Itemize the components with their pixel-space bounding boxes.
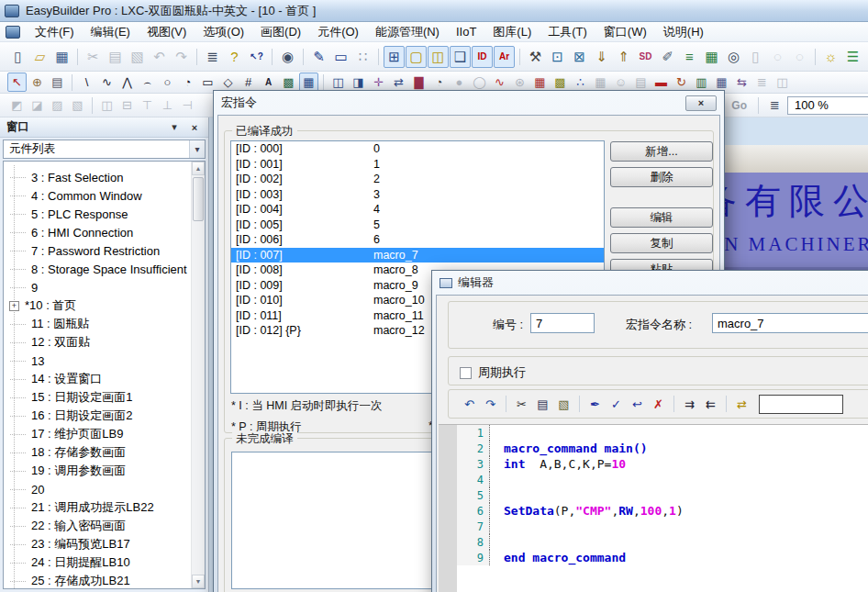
- go-button[interactable]: Go: [727, 99, 751, 112]
- menu-window[interactable]: 窗口(W): [595, 22, 655, 41]
- window-list-scrollbar[interactable]: ▲ ▼: [191, 162, 205, 588]
- close-icon[interactable]: ×: [685, 95, 717, 111]
- window-tree-item[interactable]: 20: [4, 480, 205, 498]
- toggle-bookmark-icon[interactable]: ✒: [585, 395, 605, 414]
- recipe-table-icon[interactable]: ▦: [701, 46, 722, 68]
- edit-recipe-icon[interactable]: ✐: [657, 46, 678, 68]
- periodic-checkbox[interactable]: [460, 367, 472, 379]
- meter-display-icon[interactable]: ◔: [429, 73, 449, 92]
- periodic-checkbox-row[interactable]: 周期执行: [460, 364, 526, 381]
- csv-icon[interactable]: ≡: [679, 46, 700, 68]
- data-block-icon[interactable]: ▩: [551, 73, 570, 92]
- undo-icon[interactable]: ↶: [460, 395, 479, 414]
- code-line[interactable]: 8: [457, 534, 868, 550]
- schedule-icon[interactable]: ▦: [712, 73, 731, 92]
- code-line[interactable]: 9end macro_command: [457, 550, 868, 565]
- window-tree-item[interactable]: 19 : 调用参数画面: [4, 462, 205, 480]
- code-line[interactable]: 7: [457, 519, 868, 534]
- window-settings-icon[interactable]: ▤: [48, 73, 67, 92]
- window-tree-item[interactable]: 4 : Common Window: [4, 186, 205, 205]
- online-simulation-icon[interactable]: ⊡: [547, 46, 568, 68]
- arc-icon[interactable]: ⌢: [138, 73, 157, 92]
- zoom-view-icon[interactable]: ◎: [723, 46, 744, 68]
- code-line[interactable]: 6SetData(P,"CMP",RW,100,1): [457, 503, 868, 519]
- grid-object-icon[interactable]: ▦: [299, 73, 318, 92]
- window-tree-item[interactable]: 17 : 维护页面LB9: [4, 425, 205, 443]
- function-key-icon[interactable]: ✛: [369, 73, 388, 92]
- zoom-level-input[interactable]: [787, 96, 868, 115]
- code-line[interactable]: 3int A,B,C,K,P=10: [457, 456, 868, 472]
- data-transfer-object-icon[interactable]: ⇆: [732, 73, 751, 92]
- xy-plot-icon[interactable]: ∴: [571, 73, 590, 92]
- code-line[interactable]: 5: [457, 487, 868, 503]
- toggle-switch-icon[interactable]: ⇄: [389, 73, 408, 92]
- window-tree-item[interactable]: 16 : 日期设定画面2: [4, 407, 205, 425]
- clear-bookmarks-icon[interactable]: ✗: [649, 395, 668, 414]
- prev-bookmark-icon[interactable]: ↩: [628, 395, 647, 414]
- fixed-window-icon[interactable]: ▢: [406, 46, 427, 68]
- bezier-icon[interactable]: ∿: [97, 73, 117, 92]
- context-help-icon[interactable]: ↖?: [246, 46, 267, 68]
- expand-icon[interactable]: +: [9, 301, 19, 311]
- window-tree-item[interactable]: 22 : 输入密码画面: [4, 517, 205, 535]
- code-line[interactable]: 2macro_command main(): [457, 441, 868, 456]
- window-tree-item[interactable]: 24 : 日期提醒LB10: [4, 553, 205, 572]
- delete-button[interactable]: 删除: [610, 167, 713, 187]
- window-tree-item[interactable]: 11 : 圆瓶贴: [4, 315, 205, 333]
- polygon-icon[interactable]: ◇: [218, 73, 238, 92]
- window-tree-item[interactable]: 13: [4, 352, 205, 370]
- window-tree-item[interactable]: 12 : 双面贴: [4, 333, 205, 352]
- window-tree-item[interactable]: 6 : HMI Connection: [4, 223, 205, 241]
- media-bar-icon[interactable]: ▬: [651, 73, 671, 92]
- copy-button[interactable]: 复制: [610, 233, 713, 253]
- window-tree-item[interactable]: 5 : PLC Response: [4, 205, 205, 223]
- trend-display-icon[interactable]: ∿: [490, 73, 509, 92]
- macro-name-input[interactable]: [712, 313, 868, 333]
- macro-id-input[interactable]: [530, 313, 595, 333]
- menu-library[interactable]: 图库(L): [484, 22, 540, 41]
- picture-icon[interactable]: ▩: [279, 73, 298, 92]
- copy-icon[interactable]: ▤: [533, 395, 552, 414]
- download-icon[interactable]: ⇓: [591, 46, 612, 68]
- window-tree-item[interactable]: 21 : 调用成功提示LB22: [4, 498, 205, 517]
- snap-to-grid-icon[interactable]: ⊞: [384, 46, 405, 68]
- paste-icon[interactable]: ▧: [554, 395, 573, 414]
- help-icon[interactable]: ?: [224, 46, 245, 68]
- pan-icon[interactable]: ⊕: [28, 73, 47, 92]
- hmi-state-icon[interactable]: ▭: [864, 46, 868, 68]
- window-tree-item[interactable]: 18 : 存储参数画面: [4, 443, 205, 462]
- next-bookmark-icon[interactable]: ✓: [606, 395, 626, 414]
- system-message-icon[interactable]: ☰: [842, 46, 863, 68]
- macro-list-row[interactable]: [ID : 004]4: [231, 202, 604, 218]
- scrollbar-thumb[interactable]: [193, 177, 204, 221]
- macro-list-row[interactable]: [ID : 007]macro_7: [231, 248, 604, 263]
- window-tree-item[interactable]: 15 : 日期设定画面1: [4, 388, 205, 407]
- open-project-icon[interactable]: ▱: [29, 46, 50, 68]
- set-bit-icon[interactable]: ◫: [328, 73, 348, 92]
- comment-icon[interactable]: ❑: [450, 46, 471, 68]
- menu-file[interactable]: 文件(F): [27, 22, 83, 41]
- outdent-icon[interactable]: ⇇: [701, 395, 720, 414]
- editor-dialog-titlebar[interactable]: 编辑器: [436, 271, 868, 295]
- macro-dialog-titlebar[interactable]: 宏指令 ×: [217, 91, 720, 115]
- address-ar-icon[interactable]: Ar: [494, 46, 515, 68]
- menu-edit[interactable]: 编辑(E): [83, 22, 139, 41]
- save-icon[interactable]: ▦: [51, 46, 72, 68]
- rectangle-icon[interactable]: ▭: [198, 73, 217, 92]
- circle-icon[interactable]: ○: [158, 73, 177, 92]
- find-input[interactable]: [759, 395, 843, 414]
- edit-button[interactable]: 编辑: [610, 207, 713, 228]
- upload-icon[interactable]: ⇑: [613, 46, 634, 68]
- panel-close-icon[interactable]: ×: [187, 120, 202, 135]
- code-editor[interactable]: 12macro_command main()3int A,B,C,K,P=104…: [439, 424, 868, 592]
- window-tree-item[interactable]: 25 : 存储成功LB21: [4, 572, 205, 589]
- event-display-icon[interactable]: ▥: [692, 73, 711, 92]
- add-button[interactable]: 新增...: [610, 141, 713, 162]
- redo-icon[interactable]: ↷: [481, 395, 500, 414]
- new-file-icon[interactable]: ▯: [7, 46, 28, 68]
- macro-list-row[interactable]: [ID : 002]2: [231, 172, 604, 187]
- window-tree-item[interactable]: 9: [4, 278, 205, 296]
- macro-list-row[interactable]: [ID : 005]5: [231, 218, 604, 233]
- window-tree-item[interactable]: 8 : Storage Space Insufficient: [4, 260, 205, 278]
- set-word-icon[interactable]: ◨: [349, 73, 368, 92]
